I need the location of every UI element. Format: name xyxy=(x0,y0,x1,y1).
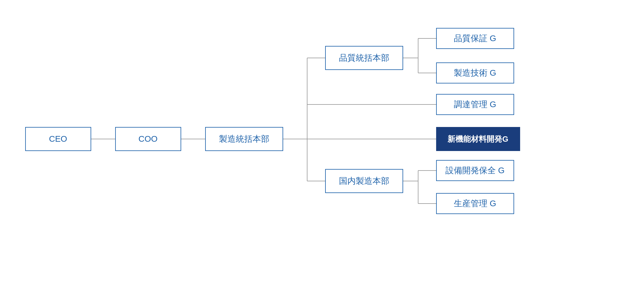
seisankanri-node: 生産管理 G xyxy=(436,193,514,214)
connector-lines xyxy=(7,7,637,277)
setsubi-node: 設備開発保全 G xyxy=(436,160,514,181)
seizotokatsu-node: 製造統括本部 xyxy=(205,127,283,151)
setsubi-label: 設備開発保全 G xyxy=(445,165,505,176)
ceo-label: CEO xyxy=(49,134,67,144)
seizotokatsu-label: 製造統括本部 xyxy=(219,133,269,145)
choutatsuk-label: 調達管理 G xyxy=(454,99,496,110)
seizogijutsu-label: 製造技術 G xyxy=(454,67,496,79)
hinshitsuboshog-label: 品質保証 G xyxy=(454,33,496,44)
hinshitsuboshog-node: 品質保証 G xyxy=(436,28,514,49)
coo-label: COO xyxy=(139,134,158,144)
seizogijutsu-node: 製造技術 G xyxy=(436,62,514,83)
coo-node: COO xyxy=(115,127,181,151)
choutatsuk-node: 調達管理 G xyxy=(436,94,514,115)
shinkino-label: 新機能材料開発G xyxy=(448,134,508,144)
shinkino-node: 新機能材料開発G xyxy=(436,127,520,151)
hinshitsu-label: 品質統括本部 xyxy=(339,52,389,64)
org-chart: CEO COO 製造統括本部 品質統括本部 品質保証 G 製造技術 G 調達管理… xyxy=(7,7,637,277)
kokuseizouhonbu-node: 国内製造本部 xyxy=(325,169,403,193)
kokuseizouhonbu-label: 国内製造本部 xyxy=(339,175,389,187)
hinshitsu-node: 品質統括本部 xyxy=(325,46,403,70)
ceo-node: CEO xyxy=(25,127,91,151)
seisankanri-label: 生産管理 G xyxy=(454,198,496,209)
